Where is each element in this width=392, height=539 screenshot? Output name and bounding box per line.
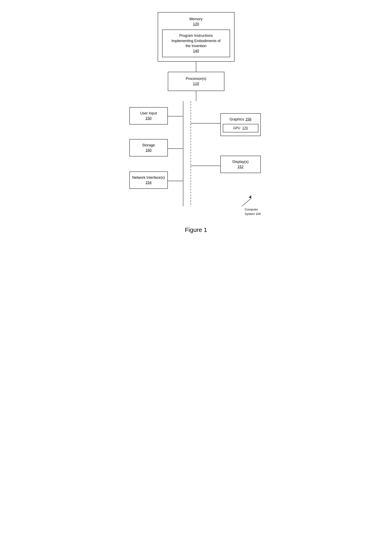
processor-box: Processor(s) 110 bbox=[168, 72, 225, 91]
svg-line-7 bbox=[242, 198, 251, 206]
memory-section: Memory 120 Program InstructionsImplement… bbox=[158, 12, 234, 62]
network-section: Network Interface(s) 154 bbox=[129, 171, 168, 189]
gpu-box: GPU 170 bbox=[223, 124, 258, 132]
top-section: Memory 120 Program InstructionsImplement… bbox=[129, 12, 263, 101]
diagram-container: Memory 120 Program InstructionsImplement… bbox=[125, 4, 267, 245]
computer-system-text: ComputerSystem 100 bbox=[245, 208, 261, 216]
processor-section: Processor(s) 110 bbox=[168, 72, 225, 91]
graphics-title: Graphics bbox=[229, 117, 244, 122]
processor-label: Processor(s) 110 bbox=[172, 76, 221, 86]
storage-section: Storage 160 bbox=[129, 139, 168, 156]
user-input-ref: 150 bbox=[145, 116, 151, 120]
memory-title: Memory bbox=[189, 17, 203, 21]
graphics-label: Graphics 156 bbox=[223, 117, 258, 122]
memory-ref: 120 bbox=[193, 22, 199, 26]
network-title: Network Interface(s) bbox=[132, 175, 165, 179]
processor-ref: 110 bbox=[193, 82, 199, 86]
network-label: Network Interface(s) 154 bbox=[132, 175, 165, 185]
network-ref: 154 bbox=[145, 181, 151, 185]
network-box: Network Interface(s) 154 bbox=[129, 171, 168, 189]
branches-section: User Input 150 Storage 160 Network Inter… bbox=[129, 101, 263, 218]
graphics-box: Graphics 156 GPU 170 bbox=[220, 113, 261, 136]
displays-label: Display(s) 152 bbox=[223, 159, 258, 169]
displays-ref: 152 bbox=[237, 165, 244, 169]
storage-label: Storage 160 bbox=[132, 143, 165, 153]
program-instructions-label: Program InstructionsImplementing Embodim… bbox=[166, 33, 226, 53]
gpu-ref: 170 bbox=[242, 126, 248, 130]
program-instructions-ref: 140 bbox=[193, 49, 199, 53]
graphics-ref: 156 bbox=[245, 117, 251, 122]
figure-caption: Figure 1 bbox=[129, 226, 263, 233]
gpu-title: GPU bbox=[233, 126, 240, 130]
memory-label: Memory 120 bbox=[162, 17, 230, 27]
user-input-section: User Input 150 bbox=[129, 107, 168, 125]
program-instructions-box: Program InstructionsImplementing Embodim… bbox=[162, 29, 230, 57]
gpu-label: GPU 170 bbox=[233, 126, 248, 130]
graphics-section: Graphics 156 GPU 170 bbox=[220, 113, 263, 136]
user-input-label: User Input 150 bbox=[132, 111, 165, 121]
processor-to-branches-line bbox=[196, 91, 196, 101]
storage-title: Storage bbox=[142, 143, 155, 147]
figure-caption-text: Figure 1 bbox=[185, 226, 207, 233]
user-input-box: User Input 150 bbox=[129, 107, 168, 125]
svg-marker-8 bbox=[249, 195, 251, 198]
storage-ref: 160 bbox=[145, 148, 151, 152]
storage-box: Storage 160 bbox=[129, 139, 168, 156]
memory-box: Memory 120 Program InstructionsImplement… bbox=[158, 12, 234, 62]
computer-system-label: ComputerSystem 100 bbox=[245, 207, 261, 216]
displays-section: Display(s) 152 bbox=[220, 156, 263, 173]
displays-box: Display(s) 152 bbox=[220, 156, 261, 173]
user-input-title: User Input bbox=[140, 111, 157, 115]
processor-title: Processor(s) bbox=[186, 77, 206, 81]
memory-to-processor-line bbox=[196, 62, 196, 72]
displays-title: Display(s) bbox=[232, 160, 249, 164]
